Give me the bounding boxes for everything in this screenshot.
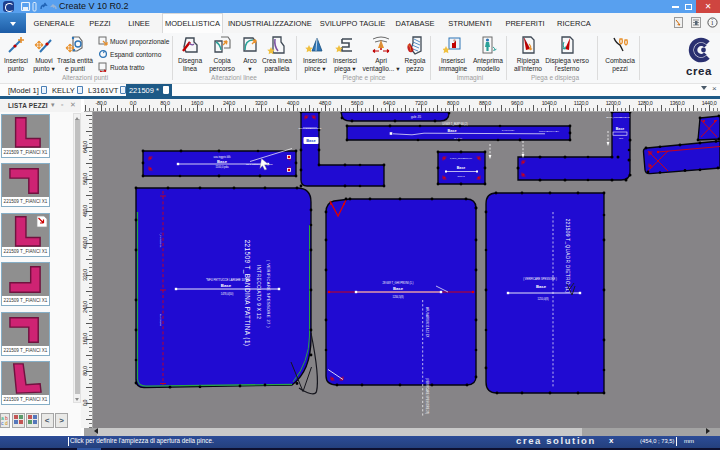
svg-text:Base: Base [221,283,232,288]
svg-text:221509 T_QUADR DIETRO (1): 221509 T_QUADR DIETRO (1) [565,219,570,293]
svg-text:i: i [711,18,713,27]
svg-text:Base: Base [217,159,228,164]
svg-text:1100,0 pda: 1100,0 pda [216,165,229,169]
svg-text:8u0: 8u0 [619,137,624,140]
svg-text:crea: crea [686,65,712,77]
svg-text:Base: Base [306,138,316,143]
svg-text:( VERIFICARE SPESSORE 27 ): ( VERIFICARE SPESSORE 27 ) [266,260,271,328]
svg-text:221509 T_BANDINA PATTINA (1): 221509 T_BANDINA PATTINA (1) [243,240,251,347]
svg-text:1210,0(8): 1210,0(8) [537,297,548,301]
svg-text:T_FIANCO 21: T_FIANCO 21 [159,232,162,248]
svg-text:Base: Base [447,129,456,133]
svg-text:1234,5(8): 1234,5(8) [392,295,403,299]
svg-text:wd 1 patthsvcad as.wdqz: wd 1 patthsvcad as.wdqz [246,163,274,166]
svg-text:FLACK8/90: FLACK8/90 [159,314,162,327]
svg-text:( VERIFICARE SPESSORE ): ( VERIFICARE SPESSORE ) [523,277,557,281]
svg-text:(VERIFICARE SPESSORE 27): (VERIFICARE SPESSORE 27) [425,378,429,414]
svg-text:28 669 T_GHI PRONI (1.): 28 669 T_GHI PRONI (1.) [383,281,414,285]
svg-text:U/G69 T_B0R546 (2): U/G69 T_B0R546 (2) [442,122,467,126]
svg-text:8u00 2: 8u00 2 [457,175,465,177]
svg-text:1478,0(50): 1478,0(50) [221,292,234,296]
svg-text:Base: Base [457,166,466,170]
svg-text:MFU MARGIN 12 A 12 EX: MFU MARGIN 12 A 12 EX [425,307,429,338]
svg-text:LUTU BWU4Y/BY: LUTU BWU4Y/BY [539,130,559,133]
svg-text:gule .35: gule .35 [411,115,421,119]
svg-text:3,43 L(MG): 3,43 L(MG) [502,129,515,132]
svg-text:d: d [5,420,8,426]
svg-text:Base: Base [393,286,404,291]
svg-text:INTRECCIATO 9 X 12: INTRECCIATO 9 X 12 [256,265,261,319]
svg-text:Base: Base [536,284,547,289]
svg-text:Base: Base [616,127,625,131]
